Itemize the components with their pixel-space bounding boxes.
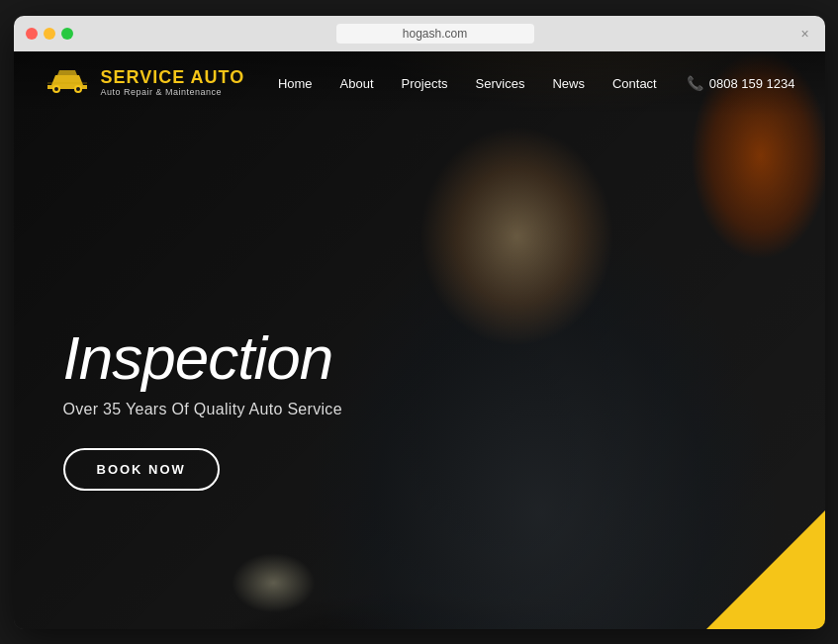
nav-menu: Home About Projects Services News Contac… (278, 74, 657, 92)
hero-content: Inspection Over 35 Years Of Quality Auto… (63, 327, 342, 491)
svg-point-2 (54, 87, 58, 91)
browser-close-button[interactable]: × (797, 26, 813, 42)
svg-point-3 (76, 87, 80, 91)
browser-chrome: hogash.com × (14, 16, 825, 51)
phone-icon: 📞 (687, 75, 703, 91)
nav-item-services[interactable]: Services (476, 74, 525, 92)
nav-item-contact[interactable]: Contact (612, 74, 657, 92)
logo-brand: SERVICE AUTO (101, 68, 245, 88)
logo[interactable]: SERVICE AUTO Auto Repair & Maintenance (44, 67, 245, 100)
url-display[interactable]: hogash.com (336, 24, 534, 44)
hero-subtitle: Over 35 Years Of Quality Auto Service (63, 401, 342, 418)
address-bar: hogash.com (81, 24, 790, 44)
website-content: SERVICE AUTO Auto Repair & Maintenance H… (14, 51, 825, 629)
nav-item-projects[interactable]: Projects (402, 74, 448, 92)
nav-item-about[interactable]: About (340, 74, 374, 92)
browser-window: hogash.com × (14, 16, 825, 629)
yellow-triangle-decoration (706, 510, 825, 629)
hero-title: Inspection (63, 327, 342, 389)
logo-text: SERVICE AUTO Auto Repair & Maintenance (101, 68, 245, 98)
phone-number: 0808 159 1234 (709, 76, 795, 91)
logo-tagline: Auto Repair & Maintenance (101, 88, 245, 98)
book-now-button[interactable]: BOOK NOW (63, 448, 220, 491)
nav-item-news[interactable]: News (552, 74, 585, 92)
navbar: SERVICE AUTO Auto Repair & Maintenance H… (14, 51, 825, 116)
fullscreen-traffic-light[interactable] (61, 28, 73, 40)
traffic-lights (26, 28, 73, 40)
nav-item-home[interactable]: Home (278, 74, 313, 92)
minimize-traffic-light[interactable] (44, 28, 55, 40)
logo-car-icon (44, 67, 91, 100)
close-traffic-light[interactable] (26, 28, 38, 40)
phone-display: 📞 0808 159 1234 (687, 75, 795, 91)
